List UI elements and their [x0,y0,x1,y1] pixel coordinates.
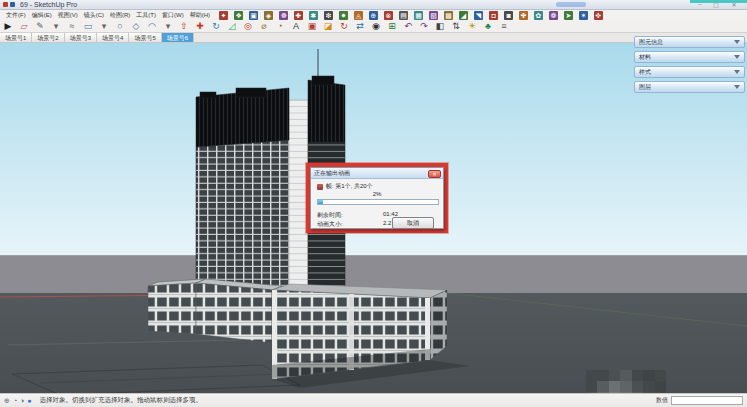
plugin-icon[interactable]: ⊕ [369,11,378,20]
tool-icon[interactable]: ≈ [66,21,78,32]
scene-tab[interactable]: 场景号4 [97,33,129,42]
plugin-icon[interactable]: ◬ [354,11,363,20]
plugin-icon[interactable]: ▩ [444,11,453,20]
ground-sketch-lines [8,340,300,393]
menu-item[interactable]: 镜头(C) [81,11,107,20]
plugin-icon[interactable]: ❁ [549,11,558,20]
plugin-icon[interactable]: ☸ [279,11,288,20]
tool-icon[interactable]: ⊞ [386,21,398,32]
dialog-title: 正在输出动画 [314,169,350,178]
tool-icon[interactable]: ⌀ [258,21,270,32]
plugin-icon[interactable]: ◥ [474,11,483,20]
plugin-icon[interactable]: ▦ [414,11,423,20]
status-bar: ⊕◔◑● 选择对象。切换到扩充选择对象。拖动鼠标则选择多项。 数值 [0,393,747,407]
tool-icon[interactable]: A [290,21,302,32]
tool-icon[interactable]: ☀ [466,21,478,32]
window-title: 69 - SketchUp Pro [20,1,77,8]
mosaic-cell [655,381,666,392]
tool-icon[interactable]: ⇧ [178,21,190,32]
status-icon[interactable]: ⊕ [4,397,10,405]
mosaic-cell [643,370,654,381]
menu-item[interactable]: 视图(V) [55,11,81,20]
plugin-icon[interactable]: ⊗ [384,11,393,20]
status-icon[interactable]: ● [27,397,31,404]
plugin-icon[interactable]: ✷ [339,11,348,20]
plugin-icon[interactable]: ✜ [594,11,603,20]
tool-icon[interactable]: ○ [114,21,126,32]
tool-icon[interactable]: ↻ [210,21,222,32]
status-icon[interactable]: ◔ [13,397,17,404]
tool-icon[interactable]: ⇄ [354,21,366,32]
chevron-down-icon [734,55,740,59]
export-progress-dialog: 正在输出动画 ✕ 帧: 第1个, 共20个 2% 剩余时间: 01:42 动画大… [310,167,444,229]
plugin-icon[interactable]: ➤ [564,11,573,20]
menu-item[interactable]: 绘图(R) [107,11,133,20]
tool-icon[interactable]: ≡ [498,21,510,32]
menu-item[interactable]: 帮助(H) [187,11,213,20]
menu-item[interactable]: 工具(T) [133,11,159,20]
frame-icon [317,184,323,190]
plugin-icon[interactable]: ◢ [459,11,468,20]
tool-icon[interactable]: ↻ [338,21,350,32]
status-icon[interactable]: ◑ [20,397,24,404]
tool-icon[interactable]: ▾ [162,21,174,32]
tool-icon[interactable]: ◔ [274,21,286,32]
tool-icon[interactable]: ♣ [482,21,494,32]
plugin-icon[interactable]: ◈ [264,11,273,20]
progress-fill [318,200,323,204]
tool-icon[interactable]: ⇅ [450,21,462,32]
tray-panels: 图元信息 材料 样式 图层 [634,36,745,96]
measurements-input[interactable] [671,396,743,405]
red-highlight-box: 正在输出动画 ✕ 帧: 第1个, 共20个 2% 剩余时间: 01:42 动画大… [306,163,448,233]
tool-icon[interactable]: ↶ [402,21,414,32]
plugin-icon[interactable]: ▤ [399,11,408,20]
plugin-icon[interactable]: ◘ [489,11,498,20]
tool-icon[interactable]: ✎ [34,21,46,32]
plugin-icon[interactable]: ✚ [294,11,303,20]
tool-icon[interactable]: ◉ [370,21,382,32]
dialog-close-button[interactable]: ✕ [428,170,441,178]
tool-icon[interactable]: ▱ [18,21,30,32]
tray-panel-header[interactable]: 图层 [634,81,745,93]
cancel-button[interactable]: 取消 [392,217,434,229]
tool-icon[interactable]: ▾ [98,21,110,32]
tool-icon[interactable]: ◪ [322,21,334,32]
scene-tab[interactable]: 场景号1 [0,33,32,42]
tool-icon[interactable]: ◧ [434,21,446,32]
tool-icon[interactable]: ◠ [146,21,158,32]
tool-icon[interactable]: ▭ [82,21,94,32]
plugin-icon[interactable]: ✦ [219,11,228,20]
plugin-icon[interactable]: ❖ [234,11,243,20]
menu-item[interactable]: 窗口(W) [159,11,187,20]
time-remaining-label: 剩余时间: [317,211,343,220]
plugin-icon[interactable]: ▧ [429,11,438,20]
menu-item[interactable]: 编辑(E) [29,11,55,20]
tool-icon[interactable]: ▶ [2,21,14,32]
tray-panel-header[interactable]: 图元信息 [634,36,745,48]
plugin-icon[interactable]: ✤ [519,11,528,20]
app-icon [3,2,8,7]
tool-icon[interactable]: ▣ [306,21,318,32]
scene-tab[interactable]: 场景号6 [162,33,194,42]
scene-tab[interactable]: 场景号2 [32,33,64,42]
plugin-icon[interactable]: ✿ [534,11,543,20]
scene-tab[interactable]: 场景号3 [65,33,97,42]
plugin-icon[interactable]: ◙ [504,11,513,20]
plugin-icon[interactable]: ✱ [309,11,318,20]
tool-icon[interactable]: ✚ [194,21,206,32]
tool-icon[interactable]: ◎ [242,21,254,32]
tray-panel-header[interactable]: 样式 [634,66,745,78]
tool-icon[interactable]: ▾ [50,21,62,32]
plugin-icon[interactable]: ❇ [324,11,333,20]
frame-counter-text: 帧: 第1个, 共20个 [326,182,373,191]
scene-tab[interactable]: 场景号5 [129,33,161,42]
mosaic-cell [620,370,631,381]
tool-icon[interactable]: ◇ [130,21,142,32]
menu-item[interactable]: 文件(F) [3,11,29,20]
tool-icon[interactable]: ◿ [226,21,238,32]
tool-icon[interactable]: ↷ [418,21,430,32]
mosaic-cell [655,370,666,381]
plugin-icon[interactable]: ▣ [249,11,258,20]
plugin-icon[interactable]: ✶ [579,11,588,20]
tray-panel-header[interactable]: 材料 [634,51,745,63]
